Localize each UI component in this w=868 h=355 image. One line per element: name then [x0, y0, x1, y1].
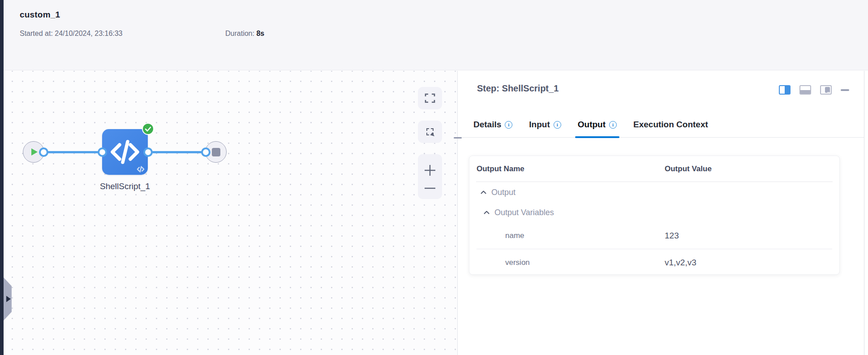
column-output-value: Output Value [665, 165, 839, 173]
expand-canvas-button[interactable] [418, 87, 442, 109]
started-at-text: Started at: 24/10/2024, 23:16:33 [20, 30, 123, 38]
tab-details[interactable]: Details i [473, 112, 512, 138]
step-node-label: ShellScript_1 [80, 182, 170, 191]
step-details-panel: Step: ShellScript_1 Details i Input i Ou… [458, 71, 864, 355]
execution-header: custom_1 Started at: 24/10/2024, 23:16:3… [4, 0, 868, 70]
chevron-up-icon [484, 211, 490, 214]
view-split-right-icon[interactable] [779, 85, 791, 95]
panel-view-controls [779, 85, 849, 95]
code-mini-icon [137, 166, 145, 173]
edge-step-to-end [148, 151, 206, 153]
port-step-in[interactable] [98, 147, 107, 157]
step-panel-title: Step: ShellScript_1 [477, 83, 559, 94]
pipeline-execution-page: custom_1 Started at: 24/10/2024, 23:16:3… [0, 0, 868, 355]
port-start-out[interactable] [39, 147, 48, 157]
info-icon[interactable]: i [554, 121, 561, 129]
port-step-out[interactable] [143, 147, 153, 157]
chevron-right-icon [6, 296, 11, 302]
duration-text: Duration: 8s [225, 30, 264, 38]
group-label: Output Variables [494, 208, 554, 217]
marquee-icon [426, 128, 434, 135]
output-table-card: Output Name Output Value Output Output V… [469, 156, 840, 275]
step-node-shellscript[interactable] [102, 129, 148, 175]
info-icon[interactable]: i [609, 121, 617, 129]
tab-input[interactable]: Input i [529, 112, 561, 138]
step-tabs: Details i Input i Output i Execution Con… [458, 112, 864, 138]
duration-label: Duration: [225, 30, 254, 37]
table-row: name 123 [469, 222, 839, 249]
column-output-name: Output Name [469, 165, 665, 173]
workflow-canvas[interactable]: ShellScript_1 [4, 71, 458, 355]
group-row-output-variables[interactable]: Output Variables [469, 203, 839, 222]
collapsed-left-nav [0, 0, 4, 355]
group-label: Output [491, 188, 516, 197]
marquee-select-button[interactable] [418, 121, 442, 143]
output-name-cell: version [469, 258, 665, 267]
zoom-out-icon[interactable] [423, 186, 437, 190]
table-row: version v1,v2,v3 [469, 249, 839, 276]
output-value-cell: 123 [665, 231, 839, 241]
expand-left-nav-handle[interactable] [4, 277, 12, 320]
info-icon[interactable]: i [505, 121, 512, 129]
fullscreen-icon [424, 93, 436, 104]
tab-output[interactable]: Output i [578, 112, 617, 138]
output-name-cell: name [469, 231, 665, 240]
success-check-icon [142, 123, 154, 135]
code-icon [110, 139, 140, 165]
duration-value: 8s [256, 30, 264, 37]
panel-resize-handle[interactable] [454, 137, 462, 139]
stop-icon [212, 148, 220, 156]
minimize-panel-icon[interactable] [841, 89, 849, 91]
execution-title: custom_1 [20, 10, 60, 20]
output-value-cell: v1,v2,v3 [665, 258, 839, 268]
edge-start-to-step [44, 151, 103, 153]
view-split-bottom-icon[interactable] [799, 85, 811, 95]
tab-execution-context[interactable]: Execution Context [633, 112, 708, 138]
chevron-up-icon [481, 190, 486, 194]
play-icon [31, 148, 38, 156]
output-table-header: Output Name Output Value [469, 156, 839, 182]
port-end-in[interactable] [201, 147, 211, 157]
zoom-in-icon[interactable] [423, 164, 437, 177]
group-row-output[interactable]: Output [469, 182, 839, 203]
view-floating-icon[interactable] [820, 85, 832, 95]
zoom-controls [418, 154, 442, 199]
